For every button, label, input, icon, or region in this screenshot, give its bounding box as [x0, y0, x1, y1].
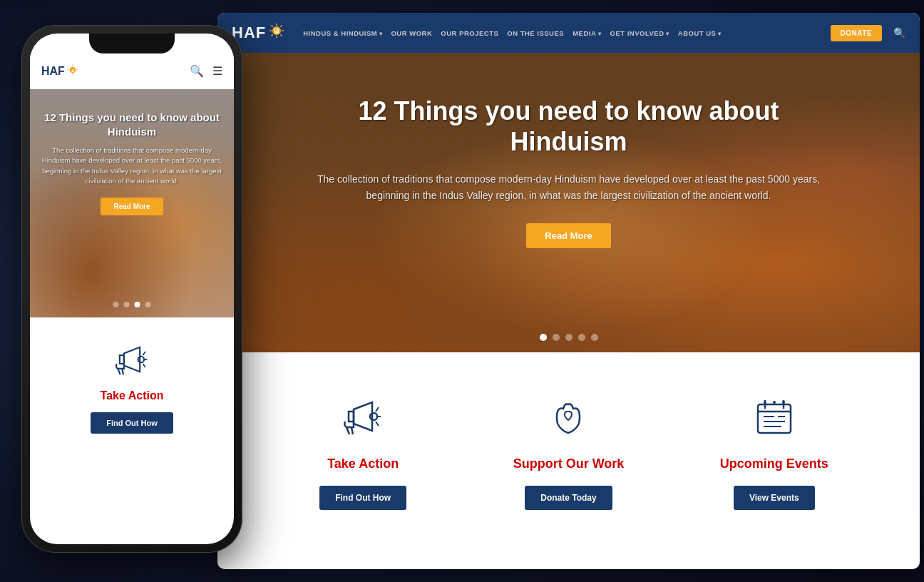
desktop-search-icon[interactable]: 🔍	[893, 27, 905, 39]
desktop-nav: HAF ॐ HINDUS & HINDU	[217, 13, 920, 53]
hero-dot-2[interactable]	[553, 334, 560, 341]
svg-point-32	[138, 357, 145, 363]
events-icon	[746, 388, 803, 445]
desktop-nav-links: HINDUS & HINDUISM OUR WORK OUR PROJECTS …	[303, 29, 818, 37]
mobile-dot-4[interactable]	[145, 302, 151, 307]
svg-point-23	[764, 401, 766, 404]
mobile-hero-subtitle: The collection of traditions that compos…	[41, 146, 222, 186]
hero-slide-dots	[540, 334, 598, 341]
take-action-title: Take Action	[327, 456, 399, 471]
hero-read-more-button[interactable]: Read More	[526, 223, 610, 248]
mobile-hero-content: 12 Things you need to know about Hinduis…	[30, 89, 234, 230]
svg-line-33	[143, 352, 145, 355]
mobile-take-action-icon	[111, 338, 153, 381]
nav-link-our-work[interactable]: OUR WORK	[391, 29, 432, 37]
hero-dot-1[interactable]	[540, 334, 547, 341]
hero-title: 12 Things you need to know about Hinduis…	[303, 96, 834, 157]
mobile-dot-2[interactable]	[124, 302, 130, 307]
mobile-dot-1[interactable]	[113, 302, 119, 307]
svg-line-9	[281, 26, 282, 27]
view-events-button[interactable]: View Events	[734, 486, 815, 510]
svg-rect-15	[758, 404, 791, 433]
mobile-logo[interactable]: HAF ॐ	[41, 64, 78, 78]
mobile-search-icon[interactable]: 🔍	[190, 64, 204, 78]
desktop-donate-button[interactable]: DONATE	[831, 25, 882, 41]
svg-text:ॐ: ॐ	[274, 29, 279, 34]
svg-point-25	[782, 401, 785, 404]
nav-link-on-issues[interactable]: ON THE ISSUES	[507, 29, 564, 37]
nav-link-hindus[interactable]: HINDUS & HINDUISM	[303, 29, 382, 37]
mobile-phone: HAF ॐ 🔍 ☰	[21, 25, 242, 553]
desktop-hero: 12 Things you need to know about Hinduis…	[217, 53, 920, 352]
phone-notch	[89, 34, 175, 53]
svg-line-35	[143, 364, 145, 367]
support-icon	[540, 388, 597, 445]
nav-link-get-involved[interactable]: GET INVOLVED	[610, 29, 669, 37]
svg-line-8	[281, 34, 282, 36]
mobile-logo-sun: ॐ	[67, 64, 78, 78]
mobile-nav: HAF ॐ 🔍 ☰	[30, 53, 234, 89]
svg-line-14	[376, 422, 379, 426]
nav-link-media[interactable]: MEDIA	[573, 29, 601, 37]
support-title: Support Our Work	[513, 456, 625, 471]
hero-dot-4[interactable]	[578, 334, 585, 341]
svg-line-12	[376, 407, 379, 412]
hero-dot-3[interactable]	[565, 334, 573, 341]
events-title: Upcoming Events	[720, 456, 828, 471]
desktop-card-events: Upcoming Events View Events	[672, 388, 877, 510]
mobile-hero: 12 Things you need to know about Hinduis…	[30, 89, 234, 317]
mobile-dot-3[interactable]	[135, 302, 140, 307]
desktop-logo-sun: ॐ	[269, 23, 284, 43]
svg-line-10	[272, 34, 273, 36]
mobile-hero-title: 12 Things you need to know about Hinduis…	[41, 111, 222, 138]
mobile-find-out-how-button[interactable]: Find Out How	[91, 412, 173, 434]
donate-today-button[interactable]: Donate Today	[525, 486, 612, 510]
phone-outer-frame: HAF ॐ 🔍 ☰	[21, 25, 242, 553]
take-action-icon	[334, 388, 391, 445]
desktop-card-support: Support Our Work Donate Today	[466, 388, 671, 510]
desktop-card-take-action: Take Action Find Out How	[260, 388, 466, 510]
mobile-read-more-button[interactable]: Read More	[101, 198, 163, 215]
hero-dot-5[interactable]	[591, 334, 598, 341]
desktop-cards-section: Take Action Find Out How Support Our Wor…	[217, 352, 920, 546]
svg-point-11	[370, 413, 377, 420]
mobile-take-action-card: Take Action Find Out How	[30, 317, 234, 454]
svg-point-24	[773, 401, 776, 404]
svg-line-7	[272, 26, 273, 27]
phone-screen: HAF ॐ 🔍 ☰	[30, 34, 234, 544]
desktop-browser: HAF ॐ HINDUS & HINDU	[217, 13, 920, 569]
mobile-take-action-title: Take Action	[101, 389, 164, 402]
take-action-button[interactable]: Find Out How	[319, 486, 406, 510]
nav-link-about-us[interactable]: ABOUT US	[678, 29, 722, 37]
mobile-nav-icons: 🔍 ☰	[190, 64, 222, 78]
mobile-logo-text: HAF	[41, 65, 65, 78]
mobile-menu-icon[interactable]: ☰	[212, 64, 222, 78]
hero-subtitle: The collection of traditions that compos…	[303, 171, 834, 203]
hero-content: 12 Things you need to know about Hinduis…	[217, 53, 920, 277]
nav-link-our-projects[interactable]: OUR PROJECTS	[441, 29, 498, 37]
mobile-hero-dots	[113, 302, 151, 307]
